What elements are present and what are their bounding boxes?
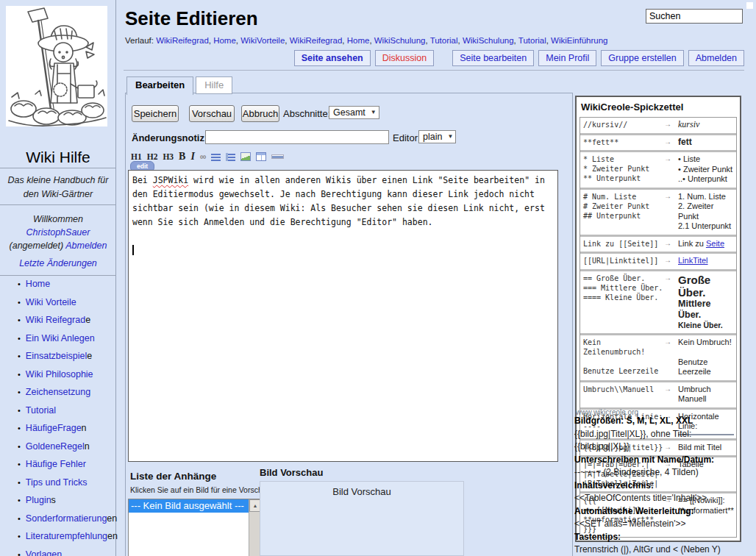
breadcrumb-link[interactable]: Home	[213, 36, 236, 45]
user-link[interactable]: ChristophSauer	[26, 227, 90, 238]
sidebar-link[interactable]: Tutorial	[26, 405, 56, 416]
h1-icon[interactable]: H1	[131, 152, 142, 161]
gardener-illustration	[6, 6, 107, 126]
horizontal-rule-icon[interactable]	[271, 154, 284, 159]
wiki-text-editor[interactable]: Bei JSPWiki wird wie in allen anderen Wi…	[128, 170, 558, 462]
wiki-subtitle: Das kleine Handbuch für den Wiki-Gärtner	[3, 174, 113, 202]
sidebar-link[interactable]: Sonderformatierung	[26, 513, 107, 524]
last-changes-link[interactable]: Letzte Änderungen	[19, 258, 97, 268]
corner-square	[746, 2, 753, 9]
bullet-icon: •	[18, 460, 21, 468]
logout-link[interactable]: Abmelden	[65, 240, 107, 251]
table-icon[interactable]	[256, 152, 266, 161]
editor-toolbar: H1H2H3BI∞	[131, 151, 289, 163]
sidebar-link[interactable]: Plugin	[26, 495, 51, 505]
form-button[interactable]: Vorschau	[189, 105, 235, 122]
rendered-result: 1. Num. Liste2. Zweiter Punkt2.1 Unterpu…	[678, 192, 734, 232]
sidebar-link[interactable]: Zeichensetzung	[26, 387, 90, 397]
sidebar-link[interactable]: GoldeneRegel	[26, 441, 85, 452]
h2-icon[interactable]: H2	[147, 152, 158, 161]
breadcrumb-link[interactable]: WikiSchulung	[374, 36, 426, 45]
sidebar-link[interactable]: Wiki Vorteile	[26, 297, 76, 307]
arrow-icon: →	[664, 338, 678, 377]
breadcrumb-link[interactable]: WikiEinführung	[551, 36, 607, 45]
attachment-selected-item[interactable]: --- Kein Bild ausgewählt ---	[129, 499, 261, 513]
sidebar-item: •Ein Wiki Anlegen	[18, 334, 116, 343]
link-icon[interactable]: ∞	[200, 152, 207, 162]
form-button[interactable]: Abbruch	[241, 105, 279, 122]
text-caret	[132, 245, 134, 255]
sidebar-link[interactable]: Ein Wiki Anlegen	[26, 333, 95, 343]
sections-select[interactable]: Gesamt	[329, 106, 379, 119]
italic-icon[interactable]: I	[190, 151, 194, 163]
page-actions: Seite ansehenDiskussionSeite bearbeitenM…	[294, 50, 744, 66]
sidebar-link[interactable]: Einsatzbeispiel	[26, 351, 87, 361]
sidebar-link[interactable]: Literaturempfehlung	[26, 531, 107, 541]
cheatsheet-row: [[URL|Linktitel]]→LinkTitel	[580, 252, 736, 269]
bullet-list-icon[interactable]	[211, 153, 221, 161]
rendered-result: Kein Umbruch! Benutze Leerzeile	[678, 338, 734, 377]
wiki-title: Wiki Hilfe	[0, 149, 116, 166]
sidebar-link[interactable]: Tips und Tricks	[26, 477, 88, 488]
sidebar-link[interactable]: Häufige Fehler	[26, 459, 86, 469]
h3-icon[interactable]: H3	[163, 152, 174, 161]
rendered-result: Link zu Seite	[678, 239, 734, 249]
bullet-icon: •	[18, 550, 21, 556]
attachments-hint: Klicken Sie auf ein Bild für eine Vorsch…	[130, 485, 271, 494]
breadcrumb-link[interactable]: Tutorial	[430, 36, 458, 45]
change-note-input[interactable]	[205, 130, 389, 144]
cheatsheet-row: KeinZeilenumbruch! Benutze Leerzeile→Kei…	[580, 333, 736, 380]
example-link[interactable]: LinkTitel	[678, 256, 708, 265]
editor-label: Editor:	[393, 132, 421, 143]
cheatsheet-row: # Num. Liste# Zweiter Punkt## Unterpunkt…	[580, 188, 736, 235]
action-button[interactable]: Seite bearbeiten	[452, 50, 534, 66]
wiki-markup-code: KeinZeilenumbruch! Benutze Leerzeile	[583, 338, 664, 377]
numbered-list-icon[interactable]	[226, 153, 235, 161]
cheatsheet-row: Link zu [[Seite]]→Link zu Seite	[580, 235, 736, 252]
cheatsheet-row: **fett**→fett	[580, 133, 736, 151]
attachments-listbox[interactable]: --- Kein Bild ausgewählt --- ▲	[128, 499, 262, 556]
sidebar-link[interactable]: Home	[26, 279, 50, 289]
tab-hilfe[interactable]: Hilfe	[196, 76, 232, 94]
tab-bar: BearbeitenHilfe	[126, 76, 232, 94]
action-button[interactable]: Abmelden	[688, 50, 744, 66]
action-button[interactable]: Diskussion	[375, 50, 434, 66]
sidebar-item: •Häufige Fehler	[18, 460, 116, 469]
image-preview-panel: Bild Vorschau	[260, 481, 464, 556]
sidebar-link-suffix: en	[107, 531, 118, 541]
sidebar-link[interactable]: Wiki Philosophie	[26, 369, 93, 379]
logo-gardener-image[interactable]	[6, 6, 107, 126]
sidebar-link[interactable]: Vorlagen	[26, 549, 62, 556]
tab-bearbeiten[interactable]: Bearbeiten	[126, 76, 193, 95]
change-note-label: Änderungsnotiz:	[132, 132, 207, 143]
action-button[interactable]: Seite ansehen	[294, 50, 371, 66]
logged-in-text: (angemeldet)	[10, 240, 66, 251]
breadcrumb-link[interactable]: WikiReifegrad	[290, 36, 343, 45]
bullet-icon: •	[18, 388, 21, 396]
rendered-result: Große Über.Mittlere Über.Kleine Über.	[678, 274, 734, 330]
bold-icon[interactable]: B	[179, 151, 185, 163]
sidebar-link-suffix: n	[82, 423, 87, 433]
action-button[interactable]: Mein Profil	[538, 50, 596, 66]
rendered-result: kursiv	[678, 120, 734, 130]
breadcrumb-link[interactable]: WikiReifegrad	[156, 36, 209, 45]
action-button[interactable]: Gruppe erstellen	[601, 50, 683, 66]
editor-select[interactable]: plain	[418, 130, 456, 143]
image-icon[interactable]	[240, 152, 251, 161]
example-link[interactable]: Seite	[706, 239, 724, 248]
sidebar-item: •Wiki Philosophie	[18, 370, 116, 379]
wiki-markup-code: //kursiv//	[583, 120, 664, 130]
search-input[interactable]	[646, 9, 743, 24]
breadcrumb-link[interactable]: WikiVorteile	[240, 36, 285, 45]
sidebar-link[interactable]: Wiki Reifegrad	[26, 315, 85, 325]
tip-line: Bildgrößen: S, M, L, XL, XXL	[574, 415, 745, 428]
sidebar-item: •Plugins	[18, 496, 116, 505]
sidebar-link[interactable]: HäufigeFrage	[26, 423, 82, 433]
breadcrumb-link[interactable]: Home	[347, 36, 370, 45]
wiki-markup-code: Link zu [[Seite]]	[583, 239, 664, 249]
breadcrumb-link[interactable]: Tutorial	[518, 36, 546, 45]
sidebar-link-suffix: en	[107, 513, 117, 524]
wiki-markup-code: == Große Über.=== Mittlere Über.==== Kle…	[583, 274, 664, 330]
breadcrumb-link[interactable]: WikiSchulung	[463, 36, 514, 45]
form-button[interactable]: Speichern	[132, 105, 179, 122]
